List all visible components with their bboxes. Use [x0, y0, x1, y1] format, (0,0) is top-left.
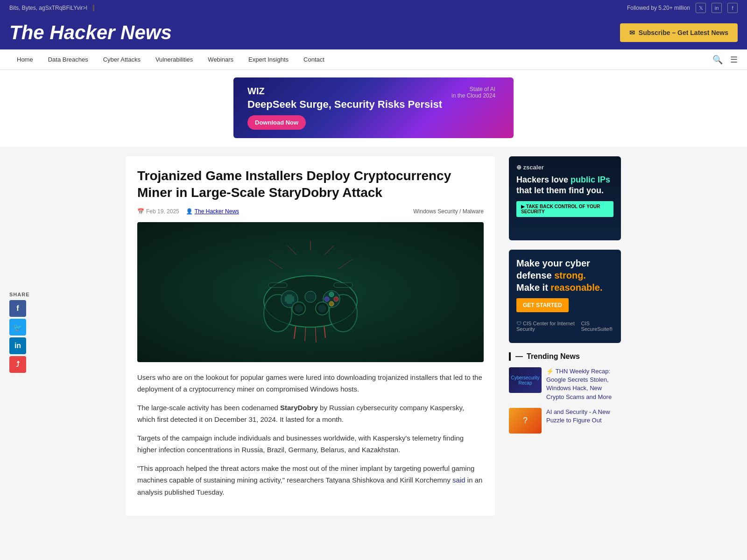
trending-item-2: ? AI and Security - A New Puzzle to Figu…: [509, 408, 621, 434]
trending-item-1: CybersecurityRecap ⚡ THN Weekly Recap: G…: [509, 367, 621, 401]
svg-rect-14: [285, 296, 294, 302]
trending-link-2[interactable]: AI and Security - A New Puzzle to Figure…: [546, 408, 610, 424]
article-author: 👤 The Hacker News: [186, 208, 239, 215]
sidebar: ⊕ zscaler Hackers love public IPs that l…: [509, 156, 621, 516]
article-hero-image: [137, 222, 484, 362]
article-title: Trojanized Game Installers Deploy Crypto…: [137, 168, 484, 202]
nav-vulnerabilities[interactable]: Vulnerabilities: [148, 49, 200, 70]
trending-title: — Trending News: [509, 352, 621, 361]
trending-highlight-1: ⚡: [546, 368, 556, 375]
subscribe-button[interactable]: ✉ Subscribe – Get Latest News: [620, 23, 738, 42]
main-nav: Home Data Breaches Cyber Attacks Vulnera…: [0, 49, 747, 70]
svg-point-16: [329, 292, 334, 297]
bold-term: StaryDobry: [280, 404, 318, 412]
envelope-icon: ✉: [629, 29, 635, 36]
top-bar-right: Followed by 5.20+ million 𝕏 in f: [627, 3, 738, 13]
article-paragraph-3: Targets of the campaign include individu…: [137, 432, 484, 456]
rss-indicator: [93, 5, 94, 11]
svg-line-4: [268, 259, 282, 269]
top-bar-text: Bits, Bytes, agSxTRqBFiLYvir>l: [9, 5, 87, 11]
nav-icons: 🔍 ☰: [712, 55, 738, 65]
zscaler-headline: Hackers love public IPs that let them fi…: [516, 175, 613, 196]
svg-line-2: [287, 245, 296, 255]
cyber-thumb-bg: CybersecurityRecap: [509, 367, 542, 393]
share-sidebar: SHARE f 🐦 in ⤴: [9, 292, 30, 375]
cis-ad: Make your cyber defense strong.Make it r…: [509, 250, 621, 343]
zscaler-cta-button[interactable]: ▶ TAKE BACK CONTROL OF YOUR SECURITY: [516, 201, 613, 217]
article-body: Users who are on the lookout for popular…: [137, 371, 484, 498]
trending-thumb-1: CybersecurityRecap: [509, 367, 542, 393]
banner-wiz-logo: WIZ: [247, 86, 442, 97]
top-bar-left: Bits, Bytes, agSxTRqBFiLYvir>l: [9, 5, 94, 11]
cis-logo: 🛡 CIS Center for Internet Security: [516, 321, 577, 332]
puzzle-thumb-bg: ?: [509, 408, 542, 434]
svg-point-20: [305, 291, 316, 302]
cis-headline: Make your cyber defense strong.Make it r…: [516, 257, 613, 294]
svg-line-1: [324, 245, 334, 255]
search-icon[interactable]: 🔍: [712, 55, 723, 65]
linkedin-share-button[interactable]: in: [9, 337, 26, 354]
svg-line-3: [338, 259, 352, 269]
zscaler-ad: ⊕ zscaler Hackers love public IPs that l…: [509, 156, 621, 240]
nav-contact[interactable]: Contact: [296, 49, 332, 70]
article-paragraph-2: The large-scale activity has been codena…: [137, 402, 484, 426]
svg-point-18: [324, 297, 329, 301]
twitter-icon[interactable]: 𝕏: [696, 3, 706, 13]
trending-dash: —: [515, 352, 523, 361]
svg-rect-25: [268, 283, 287, 287]
article-date: 📅 Feb 19, 2025: [137, 208, 179, 215]
nav-cyber-attacks[interactable]: Cyber Attacks: [96, 49, 148, 70]
nav-expert-insights[interactable]: Expert Insights: [241, 49, 296, 70]
svg-point-19: [329, 301, 334, 306]
svg-rect-26: [334, 283, 352, 287]
main-content: Trojanized Game Installers Deploy Crypto…: [126, 156, 495, 516]
site-header: The Hacker News ✉ Subscribe – Get Latest…: [0, 16, 747, 49]
gamepad-svg: [240, 241, 381, 343]
article-paragraph-4: "This approach helped the threat actors …: [137, 462, 484, 498]
menu-icon[interactable]: ☰: [730, 55, 738, 65]
facebook-share-button[interactable]: f: [9, 300, 26, 317]
cis-footer: 🛡 CIS Center for Internet Security CIS S…: [516, 321, 613, 332]
twitter-share-button[interactable]: 🐦: [9, 319, 26, 336]
trending-text-2: AI and Security - A New Puzzle to Figure…: [546, 408, 621, 434]
calendar-icon: 📅: [137, 208, 144, 215]
nav-data-breaches[interactable]: Data Breaches: [41, 49, 96, 70]
article-meta: 📅 Feb 19, 2025 👤 The Hacker News Windows…: [137, 208, 484, 215]
share-label: SHARE: [9, 292, 30, 297]
nav-home[interactable]: Home: [9, 49, 41, 70]
said-link[interactable]: said: [452, 476, 465, 484]
nav-links: Home Data Breaches Cyber Attacks Vulnera…: [9, 49, 332, 70]
svg-point-24: [318, 304, 326, 313]
banner-subtitle: State of AI: [451, 86, 495, 92]
facebook-icon[interactable]: f: [727, 3, 738, 13]
followers-text: Followed by 5.20+ million: [627, 5, 690, 11]
share-other-button[interactable]: ⤴: [9, 356, 26, 373]
cis-suite-logo: CIS SecureSuite®: [581, 321, 613, 332]
top-bar: Bits, Bytes, agSxTRqBFiLYvir>l Followed …: [0, 0, 747, 16]
cis-cta-button[interactable]: GET STARTED: [516, 298, 569, 312]
banner-subtitle2: in the Cloud 2024: [451, 92, 495, 99]
site-title[interactable]: The Hacker News: [9, 21, 172, 44]
nav-webinars[interactable]: Webinars: [200, 49, 241, 70]
content-wrapper: Trojanized Game Installers Deploy Crypto…: [117, 156, 630, 516]
trending-text-1: ⚡ THN Weekly Recap: Google Secrets Stole…: [546, 367, 621, 401]
article-meta-left: 📅 Feb 19, 2025 👤 The Hacker News: [137, 208, 239, 215]
svg-point-17: [334, 297, 338, 301]
author-link[interactable]: The Hacker News: [195, 208, 239, 215]
zscaler-logo: ⊕ zscaler: [516, 164, 613, 171]
article-category: Windows Security / Malware: [413, 208, 484, 215]
linkedin-icon[interactable]: in: [712, 3, 722, 13]
trending-section: — Trending News CybersecurityRecap ⚡ THN…: [509, 352, 621, 434]
article-paragraph-1: Users who are on the lookout for popular…: [137, 371, 484, 395]
svg-point-22: [295, 304, 303, 313]
trending-thumb-2: ?: [509, 408, 542, 434]
banner-cta-button[interactable]: Download Now: [247, 115, 306, 130]
banner-headline: DeepSeek Surge, Security Risks Persist: [247, 98, 442, 111]
trending-link-1[interactable]: ⚡ THN Weekly Recap: Google Secrets Stole…: [546, 368, 612, 400]
author-icon: 👤: [186, 208, 193, 215]
banner-ad: WIZ DeepSeek Surge, Security Risks Persi…: [233, 77, 514, 138]
banner-area: WIZ DeepSeek Surge, Security Risks Persi…: [0, 70, 747, 147]
